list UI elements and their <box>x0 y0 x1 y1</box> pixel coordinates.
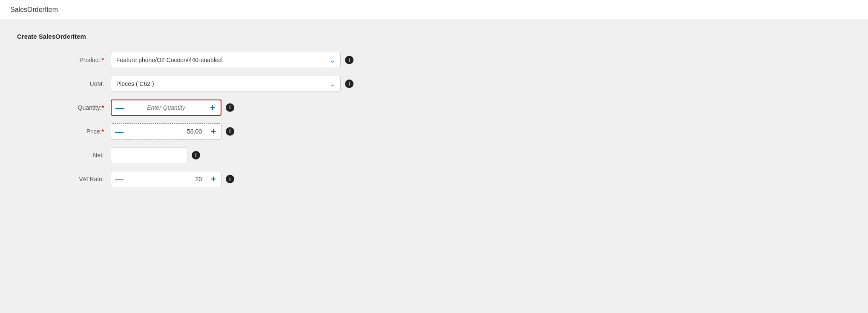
net-control: i <box>111 147 200 163</box>
quantity-decrement-button[interactable]: — <box>112 100 128 115</box>
app-header: SalesOrderItem <box>0 0 868 20</box>
uom-chevron-icon: ⌄ <box>330 80 335 88</box>
product-label: Product:* <box>17 57 111 63</box>
uom-value: Pieces ( C62 ) <box>116 80 154 87</box>
vatrate-stepper: — + <box>111 171 221 187</box>
price-stepper: — + <box>111 123 221 139</box>
quantity-required: * <box>102 104 104 111</box>
price-label: Price:* <box>17 128 111 135</box>
price-decrement-button[interactable]: — <box>111 124 127 139</box>
vatrate-control: — + i <box>111 171 234 187</box>
vatrate-decrement-button[interactable]: — <box>111 171 127 187</box>
net-row: Net: i <box>17 147 851 163</box>
product-info-icon[interactable]: i <box>345 56 354 64</box>
quantity-increment-button[interactable]: + <box>204 100 221 115</box>
quantity-label: Quantity:* <box>17 104 111 111</box>
uom-info-icon[interactable]: i <box>345 80 354 88</box>
uom-label: UoM: <box>17 80 111 87</box>
product-row: Product:* Feature phone/O2 Cocoon/440-en… <box>17 52 851 68</box>
net-field <box>111 147 187 163</box>
vatrate-increment-button[interactable]: + <box>205 171 221 187</box>
quantity-control: — + i <box>111 100 234 116</box>
product-control: Feature phone/O2 Cocoon/440-enabled ⌄ i <box>111 52 354 68</box>
uom-row: UoM: Pieces ( C62 ) ⌄ i <box>17 76 851 92</box>
price-input[interactable] <box>127 128 205 135</box>
net-label: Net: <box>17 152 111 159</box>
quantity-row: Quantity:* — + i <box>17 100 851 116</box>
price-increment-button[interactable]: + <box>205 124 221 139</box>
price-control: — + i <box>111 123 234 139</box>
main-content: Create SalesOrderItem Product:* Feature … <box>0 20 868 208</box>
product-select[interactable]: Feature phone/O2 Cocoon/440-enabled ⌄ <box>111 52 341 68</box>
uom-control: Pieces ( C62 ) ⌄ i <box>111 76 354 92</box>
quantity-input[interactable] <box>128 104 204 111</box>
product-required: * <box>102 57 104 63</box>
net-info-icon[interactable]: i <box>192 151 200 159</box>
app-title: SalesOrderItem <box>10 6 58 13</box>
price-info-icon[interactable]: i <box>226 127 234 136</box>
price-required: * <box>102 128 104 135</box>
vatrate-input[interactable] <box>127 176 205 182</box>
vatrate-info-icon[interactable]: i <box>226 175 234 183</box>
product-value: Feature phone/O2 Cocoon/440-enabled <box>116 57 222 63</box>
form-heading: Create SalesOrderItem <box>17 33 851 40</box>
quantity-info-icon[interactable]: i <box>226 103 234 112</box>
uom-select[interactable]: Pieces ( C62 ) ⌄ <box>111 76 341 92</box>
vatrate-label: VATRate: <box>17 176 111 182</box>
quantity-stepper: — + <box>111 100 221 116</box>
price-row: Price:* — + i <box>17 123 851 139</box>
vatrate-row: VATRate: — + i <box>17 171 851 187</box>
product-chevron-icon: ⌄ <box>330 56 335 64</box>
